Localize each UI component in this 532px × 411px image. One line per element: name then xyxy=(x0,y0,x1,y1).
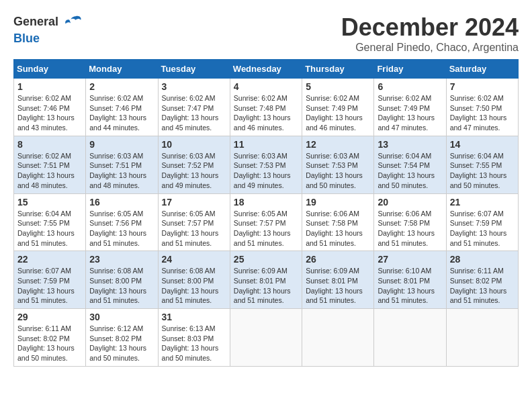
day-info: Sunrise: 6:05 AMSunset: 7:57 PMDaylight:… xyxy=(162,209,226,248)
day-info: Sunrise: 6:12 AMSunset: 8:02 PMDaylight:… xyxy=(89,324,154,363)
logo-general: General xyxy=(13,15,58,28)
logo-blue: Blue xyxy=(13,32,40,45)
title-block: December 2024 General Pinedo, Chaco, Arg… xyxy=(341,13,519,54)
day-cell: 12Sunrise: 6:03 AMSunset: 7:53 PMDayligh… xyxy=(302,136,374,193)
day-cell: 19Sunrise: 6:06 AMSunset: 7:58 PMDayligh… xyxy=(302,193,374,251)
weekday-header-saturday: Saturday xyxy=(446,60,518,79)
calendar-table: SundayMondayTuesdayWednesdayThursdayFrid… xyxy=(13,59,519,367)
day-number: 27 xyxy=(378,254,442,265)
day-cell: 1Sunrise: 6:02 AMSunset: 7:46 PMDaylight… xyxy=(14,79,86,136)
day-info: Sunrise: 6:11 AMSunset: 8:02 PMDaylight:… xyxy=(17,324,82,363)
month-title: December 2024 xyxy=(341,13,519,42)
day-info: Sunrise: 6:03 AMSunset: 7:52 PMDaylight:… xyxy=(162,151,226,191)
day-info: Sunrise: 6:04 AMSunset: 7:54 PMDaylight:… xyxy=(378,151,442,191)
day-number: 26 xyxy=(306,254,370,265)
day-cell: 31Sunrise: 6:13 AMSunset: 8:03 PMDayligh… xyxy=(158,309,230,367)
day-cell: 22Sunrise: 6:07 AMSunset: 7:59 PMDayligh… xyxy=(14,251,86,309)
day-number: 5 xyxy=(306,81,370,92)
day-info: Sunrise: 6:02 AMSunset: 7:50 PMDaylight:… xyxy=(450,93,515,133)
day-cell: 27Sunrise: 6:10 AMSunset: 8:01 PMDayligh… xyxy=(374,251,446,309)
day-number: 6 xyxy=(378,81,442,92)
day-info: Sunrise: 6:02 AMSunset: 7:46 PMDaylight:… xyxy=(89,93,154,133)
day-info: Sunrise: 6:03 AMSunset: 7:53 PMDaylight:… xyxy=(306,151,370,191)
page-header: General Blue December 2024 General Pined… xyxy=(13,13,519,54)
day-number: 3 xyxy=(162,81,226,92)
day-info: Sunrise: 6:06 AMSunset: 7:58 PMDaylight:… xyxy=(306,209,370,248)
day-number: 8 xyxy=(17,139,82,150)
day-cell: 8Sunrise: 6:02 AMSunset: 7:51 PMDaylight… xyxy=(14,136,86,193)
empty-day-cell xyxy=(230,309,302,367)
day-info: Sunrise: 6:07 AMSunset: 7:59 PMDaylight:… xyxy=(450,209,515,248)
day-cell: 16Sunrise: 6:05 AMSunset: 7:56 PMDayligh… xyxy=(86,193,158,251)
day-number: 9 xyxy=(89,139,154,150)
day-number: 17 xyxy=(162,197,226,208)
day-info: Sunrise: 6:02 AMSunset: 7:49 PMDaylight:… xyxy=(378,93,442,133)
day-info: Sunrise: 6:09 AMSunset: 8:01 PMDaylight:… xyxy=(306,266,370,306)
day-number: 11 xyxy=(234,139,298,150)
day-number: 25 xyxy=(234,254,298,265)
day-cell: 30Sunrise: 6:12 AMSunset: 8:02 PMDayligh… xyxy=(86,309,158,367)
day-cell: 21Sunrise: 6:07 AMSunset: 7:59 PMDayligh… xyxy=(446,193,518,251)
day-info: Sunrise: 6:07 AMSunset: 7:59 PMDaylight:… xyxy=(17,266,82,306)
day-info: Sunrise: 6:08 AMSunset: 8:00 PMDaylight:… xyxy=(89,266,154,306)
day-cell: 5Sunrise: 6:02 AMSunset: 7:49 PMDaylight… xyxy=(302,79,374,136)
day-number: 19 xyxy=(306,197,370,208)
day-info: Sunrise: 6:10 AMSunset: 8:01 PMDaylight:… xyxy=(378,266,442,306)
day-cell: 9Sunrise: 6:03 AMSunset: 7:51 PMDaylight… xyxy=(86,136,158,193)
day-cell: 25Sunrise: 6:09 AMSunset: 8:01 PMDayligh… xyxy=(230,251,302,309)
day-cell: 13Sunrise: 6:04 AMSunset: 7:54 PMDayligh… xyxy=(374,136,446,193)
day-cell: 20Sunrise: 6:06 AMSunset: 7:58 PMDayligh… xyxy=(374,193,446,251)
logo-text: General Blue xyxy=(13,13,82,46)
day-number: 13 xyxy=(378,139,442,150)
day-cell: 24Sunrise: 6:08 AMSunset: 8:00 PMDayligh… xyxy=(158,251,230,309)
day-number: 31 xyxy=(162,312,226,322)
logo: General Blue xyxy=(13,13,82,46)
day-cell: 28Sunrise: 6:11 AMSunset: 8:02 PMDayligh… xyxy=(446,251,518,309)
day-number: 24 xyxy=(162,254,226,265)
calendar-week-row: 8Sunrise: 6:02 AMSunset: 7:51 PMDaylight… xyxy=(14,136,519,193)
day-info: Sunrise: 6:02 AMSunset: 7:48 PMDaylight:… xyxy=(234,93,298,133)
day-cell: 6Sunrise: 6:02 AMSunset: 7:49 PMDaylight… xyxy=(374,79,446,136)
day-info: Sunrise: 6:08 AMSunset: 8:00 PMDaylight:… xyxy=(162,266,226,306)
day-number: 14 xyxy=(450,139,515,150)
day-number: 29 xyxy=(17,312,82,322)
calendar-week-row: 15Sunrise: 6:04 AMSunset: 7:55 PMDayligh… xyxy=(14,193,519,251)
day-cell: 3Sunrise: 6:02 AMSunset: 7:47 PMDaylight… xyxy=(158,79,230,136)
day-cell: 17Sunrise: 6:05 AMSunset: 7:57 PMDayligh… xyxy=(158,193,230,251)
calendar-week-row: 22Sunrise: 6:07 AMSunset: 7:59 PMDayligh… xyxy=(14,251,519,309)
location-title: General Pinedo, Chaco, Argentina xyxy=(341,42,519,54)
day-cell: 14Sunrise: 6:04 AMSunset: 7:55 PMDayligh… xyxy=(446,136,518,193)
day-number: 7 xyxy=(450,81,515,92)
weekday-header-monday: Monday xyxy=(86,60,158,79)
day-number: 2 xyxy=(89,81,154,92)
day-cell: 23Sunrise: 6:08 AMSunset: 8:00 PMDayligh… xyxy=(86,251,158,309)
day-info: Sunrise: 6:04 AMSunset: 7:55 PMDaylight:… xyxy=(450,151,515,191)
day-info: Sunrise: 6:03 AMSunset: 7:51 PMDaylight:… xyxy=(89,151,154,191)
calendar-header-row: SundayMondayTuesdayWednesdayThursdayFrid… xyxy=(14,60,519,79)
day-cell: 26Sunrise: 6:09 AMSunset: 8:01 PMDayligh… xyxy=(302,251,374,309)
day-number: 22 xyxy=(17,254,82,265)
day-cell: 7Sunrise: 6:02 AMSunset: 7:50 PMDaylight… xyxy=(446,79,518,136)
calendar-week-row: 29Sunrise: 6:11 AMSunset: 8:02 PMDayligh… xyxy=(14,309,519,367)
day-info: Sunrise: 6:05 AMSunset: 7:57 PMDaylight:… xyxy=(234,209,298,248)
calendar-week-row: 1Sunrise: 6:02 AMSunset: 7:46 PMDaylight… xyxy=(14,79,519,136)
day-cell: 4Sunrise: 6:02 AMSunset: 7:48 PMDaylight… xyxy=(230,79,302,136)
weekday-header-tuesday: Tuesday xyxy=(158,60,230,79)
day-info: Sunrise: 6:13 AMSunset: 8:03 PMDaylight:… xyxy=(162,324,226,363)
day-number: 4 xyxy=(234,81,298,92)
day-info: Sunrise: 6:05 AMSunset: 7:56 PMDaylight:… xyxy=(89,209,154,248)
logo-bird-icon xyxy=(63,13,82,32)
day-cell: 15Sunrise: 6:04 AMSunset: 7:55 PMDayligh… xyxy=(14,193,86,251)
weekday-header-sunday: Sunday xyxy=(14,60,86,79)
day-cell: 2Sunrise: 6:02 AMSunset: 7:46 PMDaylight… xyxy=(86,79,158,136)
empty-day-cell xyxy=(374,309,446,367)
day-number: 21 xyxy=(450,197,515,208)
empty-day-cell xyxy=(446,309,518,367)
day-info: Sunrise: 6:02 AMSunset: 7:47 PMDaylight:… xyxy=(162,93,226,133)
weekday-header-wednesday: Wednesday xyxy=(230,60,302,79)
weekday-header-friday: Friday xyxy=(374,60,446,79)
day-info: Sunrise: 6:11 AMSunset: 8:02 PMDaylight:… xyxy=(450,266,515,306)
day-info: Sunrise: 6:04 AMSunset: 7:55 PMDaylight:… xyxy=(17,209,82,248)
day-number: 12 xyxy=(306,139,370,150)
day-info: Sunrise: 6:06 AMSunset: 7:58 PMDaylight:… xyxy=(378,209,442,248)
